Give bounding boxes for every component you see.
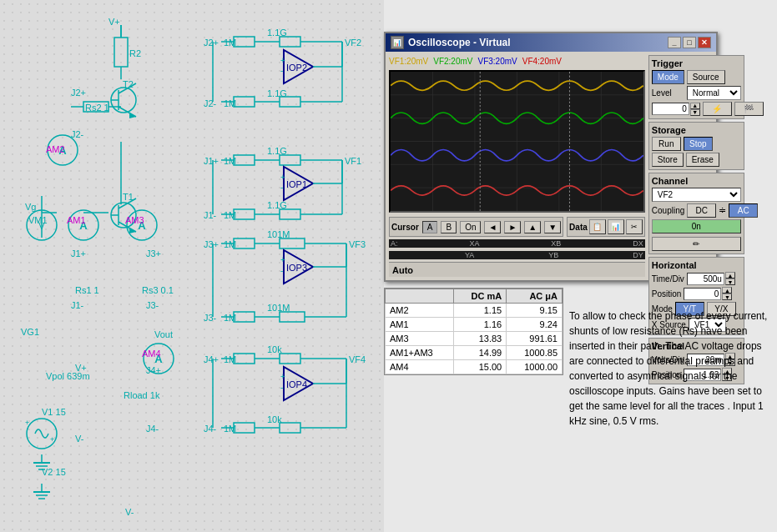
svg-text:J2+: J2+ [204, 38, 219, 48]
trigger-level-up[interactable]: ▲ [690, 103, 700, 109]
stop-button[interactable]: Stop [684, 137, 713, 151]
time-div-up[interactable]: ▲ [725, 272, 735, 279]
trigger-mode-button[interactable]: Mode [652, 70, 684, 84]
svg-text:V2 15: V2 15 [42, 467, 66, 477]
vf3-label: VF3:20mV [478, 57, 517, 66]
h-position-down[interactable]: ▼ [722, 294, 732, 300]
svg-text:J3+: J3+ [204, 239, 219, 249]
ac-button[interactable]: AC [729, 203, 758, 218]
cursor-dy-coord: DY [633, 251, 643, 259]
trigger-mode-select[interactable]: Normal [687, 86, 741, 100]
erase-button[interactable]: Erase [686, 153, 719, 167]
cursor-dx-coord: DX [633, 239, 643, 248]
svg-text:+: + [280, 56, 285, 65]
svg-text:Vpol 639m: Vpol 639m [46, 371, 90, 381]
cursor-down-button[interactable]: ▼ [544, 221, 561, 233]
svg-text:+: + [280, 255, 285, 264]
oscilloscope-right-panel: Trigger Mode Source Level Normal ▲ [648, 55, 744, 277]
trigger-level-label: Level [652, 88, 672, 98]
svg-text:VF3: VF3 [349, 239, 366, 249]
time-div-down[interactable]: ▼ [725, 279, 735, 285]
svg-text:J1-: J1- [71, 300, 84, 310]
table-row: AM3 13.83 991.61 [386, 332, 563, 346]
cursor-section: Cursor A B On ◄ ► ▲ ▼ [389, 217, 563, 237]
table-header-dc: DC mA [454, 289, 507, 304]
circuit-svg: V+ R2 T2 J2+ Rs2 1 J2- A AM2 Vg [0, 0, 384, 532]
svg-text:1M: 1M [224, 354, 236, 364]
table-row: AM1 1.16 9.24 [386, 318, 563, 332]
trigger-flag-button[interactable]: 🏁 [734, 102, 764, 116]
svg-text:1M: 1M [224, 210, 236, 220]
trigger-group: Trigger Mode Source Level Normal ▲ [648, 55, 744, 119]
row-dc: 1.16 [454, 318, 507, 332]
svg-text:V1 15: V1 15 [42, 407, 66, 417]
svg-text:+: + [50, 435, 54, 444]
svg-text:1M: 1M [224, 313, 236, 323]
svg-text:Rload 1k: Rload 1k [124, 390, 160, 400]
trigger-source-button[interactable]: Source [687, 70, 725, 84]
h-position-up[interactable]: ▲ [722, 287, 732, 294]
minimize-button[interactable]: _ [668, 37, 681, 48]
svg-text:Rs1 1: Rs1 1 [75, 285, 99, 295]
time-div-input[interactable] [687, 273, 724, 285]
svg-text:J1-: J1- [204, 210, 217, 220]
cursor-up-button[interactable]: ▲ [524, 221, 541, 233]
cursor-a-button[interactable]: A [422, 221, 438, 233]
svg-text:J1+: J1+ [204, 156, 219, 166]
svg-text:J2-: J2- [204, 98, 217, 108]
storage-label: Storage [652, 125, 741, 135]
oscilloscope-icon: 📊 [391, 36, 404, 49]
svg-text:J2+: J2+ [71, 88, 86, 98]
data-icon-1[interactable]: 📋 [589, 219, 606, 234]
row-name: AM1 [386, 318, 454, 332]
svg-text:J3+: J3+ [146, 248, 161, 258]
h-position-input[interactable] [684, 288, 721, 300]
svg-text:-: - [280, 66, 283, 75]
svg-text:VM1: VM1 [28, 215, 48, 225]
cursor-right-button[interactable]: ► [504, 221, 521, 233]
vf2-label: VF2:20mV [433, 57, 472, 66]
svg-text:101M: 101M [267, 303, 290, 313]
vf1-label: VF1:20mV [389, 57, 428, 66]
svg-text:J1+: J1+ [71, 248, 86, 258]
svg-text:+: + [280, 372, 285, 381]
channel-select[interactable]: VF2 VF1 VF3 VF4 [652, 188, 741, 202]
cursor-yb-coord: YB [548, 251, 558, 259]
run-button[interactable]: Run [652, 137, 681, 151]
trigger-level-down[interactable]: ▼ [690, 109, 700, 116]
svg-text:10k: 10k [267, 344, 282, 354]
row-name: AM3 [386, 332, 454, 346]
svg-text:J4-: J4- [146, 424, 159, 434]
svg-text:J4+: J4+ [146, 365, 161, 375]
cursor-b-button[interactable]: B [441, 221, 457, 233]
coupling-label: Coupling [652, 206, 684, 215]
row-ac: 9.24 [507, 318, 563, 332]
close-button[interactable]: ✕ [698, 37, 711, 48]
svg-text:1M: 1M [224, 156, 236, 166]
table-row: AM1+AM3 14.99 1000.85 [386, 346, 563, 360]
store-button[interactable]: Store [652, 153, 684, 167]
dc-button[interactable]: DC [687, 203, 716, 218]
on-off-button[interactable]: 0n [652, 219, 741, 233]
auto-label: Auto [392, 265, 413, 275]
row-ac: 9.15 [507, 304, 563, 318]
svg-text:1.1G: 1.1G [267, 146, 287, 156]
probe-button[interactable]: ✏ [652, 237, 741, 251]
data-icon-2[interactable]: 📊 [608, 219, 624, 234]
row-ac: 991.61 [507, 332, 563, 346]
data-icon-3[interactable]: ✂ [626, 219, 643, 234]
svg-text:+: + [280, 173, 285, 182]
description-paragraph: To allow to check the phase of every cur… [569, 309, 769, 429]
svg-text:R2: R2 [129, 48, 141, 58]
trigger-level-input[interactable] [652, 103, 689, 115]
trigger-icon-button[interactable]: ⚡ [703, 102, 732, 116]
cursor-left-button[interactable]: ◄ [484, 221, 501, 233]
svg-text:AM2: AM2 [46, 144, 65, 154]
svg-text:1M: 1M [224, 38, 236, 48]
oscilloscope-titlebar: 📊 Oscilloscope - Virtual _ □ ✕ [386, 33, 716, 52]
table-row: AM4 15.00 1000.00 [386, 360, 563, 374]
cursor-on-button[interactable]: On [460, 221, 481, 233]
maximize-button[interactable]: □ [683, 37, 696, 48]
table-row: AM2 1.15 9.15 [386, 304, 563, 318]
channel-group: Channel VF2 VF1 VF3 VF4 Coupling DC ≑ AC… [648, 173, 744, 254]
